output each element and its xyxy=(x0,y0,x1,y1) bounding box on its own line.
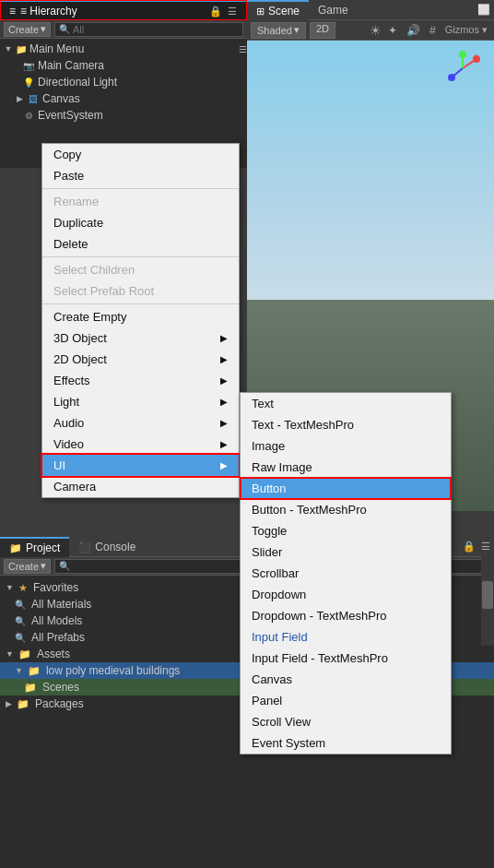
ctx-light[interactable]: Light ▶ xyxy=(42,391,239,412)
context-menu: Copy Paste Rename Duplicate Delete Selec… xyxy=(41,143,240,498)
ctx-copy[interactable]: Copy xyxy=(42,144,239,165)
ctx-rename: Rename xyxy=(42,191,239,212)
arrow-right-icon: ▶ xyxy=(220,460,228,470)
sub-raw-image-label: Raw Image xyxy=(252,460,312,474)
ctx-paste[interactable]: Paste xyxy=(42,165,239,186)
project-tab[interactable]: 📁 Project xyxy=(0,537,69,557)
arrow-down-icon: ▼ xyxy=(6,649,14,659)
sub-event-system[interactable]: Event System xyxy=(241,732,451,754)
fx-icon[interactable]: ✦ xyxy=(388,24,397,37)
sub-button[interactable]: Button xyxy=(241,478,451,499)
sub-button-tmp[interactable]: Button - TextMeshPro xyxy=(241,499,451,520)
game-tab[interactable]: Game xyxy=(309,0,358,20)
ctx-select-children: Select Children xyxy=(42,259,239,280)
hierarchy-icon: ≡ xyxy=(9,5,16,18)
shaded-button[interactable]: Shaded ▾ xyxy=(251,22,306,39)
grid-icon[interactable]: # xyxy=(429,24,436,37)
proj-item-label: Assets xyxy=(37,648,70,660)
sub-toggle[interactable]: Toggle xyxy=(241,520,451,541)
scrollbar-thumb[interactable] xyxy=(482,581,493,609)
ctx-camera-label: Camera xyxy=(53,480,96,493)
ctx-delete-label: Delete xyxy=(53,237,88,251)
scene-tab-label: Scene xyxy=(268,5,300,18)
tree-item-label: EventSystem xyxy=(38,109,103,122)
project-create-label: Create xyxy=(8,561,39,572)
sub-scroll-view[interactable]: Scroll View xyxy=(241,711,451,732)
sub-dropdown-label: Dropdown xyxy=(252,588,306,601)
event-icon: ⚙ xyxy=(22,109,35,122)
ctx-effects-label: Effects xyxy=(53,374,90,387)
ctx-create-empty[interactable]: Create Empty xyxy=(42,306,239,327)
game-tab-label: Game xyxy=(318,4,348,17)
sub-text-tmp-label: Text - TextMeshPro xyxy=(252,418,354,432)
maximize-icon[interactable]: ⬜ xyxy=(477,4,490,16)
ctx-3d-object[interactable]: 3D Object ▶ xyxy=(42,327,239,349)
sub-text-tmp[interactable]: Text - TextMeshPro xyxy=(241,414,451,435)
audio-icon[interactable]: 🔊 xyxy=(406,24,420,37)
sub-scrollbar[interactable]: Scrollbar xyxy=(241,563,451,584)
create-label: Create xyxy=(8,24,39,35)
arrow-right-icon: ▶ xyxy=(220,354,228,364)
sub-canvas[interactable]: Canvas xyxy=(241,669,451,690)
search-magnifier-icon: 🔍 xyxy=(59,24,70,34)
gizmo-label[interactable]: Gizmos ▾ xyxy=(445,24,488,36)
svg-text:z: z xyxy=(449,73,452,78)
sub-button-label: Button xyxy=(252,482,287,495)
sub-button-tmp-label: Button - TextMeshPro xyxy=(252,503,367,517)
sub-slider[interactable]: Slider xyxy=(241,541,451,563)
tree-item-canvas[interactable]: ▶ 🖼 Canvas xyxy=(0,90,247,107)
ctx-light-label: Light xyxy=(53,395,79,409)
search-input[interactable] xyxy=(73,24,239,35)
ctx-duplicate[interactable]: Duplicate xyxy=(42,212,239,233)
ctx-camera[interactable]: Camera xyxy=(42,476,239,497)
arrow-right-icon: ▶ xyxy=(220,375,228,386)
tree-item-label: Directional Light xyxy=(38,76,117,89)
ctx-effects[interactable]: Effects ▶ xyxy=(42,370,239,391)
light-toggle-icon[interactable]: ☀ xyxy=(370,23,382,38)
proj-item-label: Packages xyxy=(35,697,84,710)
scrollbar-track xyxy=(481,553,494,646)
canvas-icon: 🖼 xyxy=(27,92,40,105)
tree-item-label: Canvas xyxy=(42,92,80,105)
sub-dropdown[interactable]: Dropdown xyxy=(241,584,451,605)
arrow-right-icon: ▶ xyxy=(220,418,228,428)
hierarchy-tab[interactable]: ≡ ≡ Hierarchy 🔒 ☰ xyxy=(0,0,247,20)
sub-scrollbar-label: Scrollbar xyxy=(252,566,299,580)
console-tab[interactable]: ⬛ Console xyxy=(69,537,145,557)
sub-canvas-label: Canvas xyxy=(252,672,292,686)
ctx-audio[interactable]: Audio ▶ xyxy=(42,412,239,434)
star-icon: ★ xyxy=(18,582,28,594)
ctx-2d-object[interactable]: 2D Object ▶ xyxy=(42,349,239,370)
ctx-video[interactable]: Video ▶ xyxy=(42,434,239,455)
create-button[interactable]: Create ▾ xyxy=(4,22,51,37)
sub-text[interactable]: Text xyxy=(241,393,451,414)
sub-input-field-tmp[interactable]: Input Field - TextMeshPro xyxy=(241,648,451,669)
tree-item-directional-light[interactable]: 💡 Directional Light xyxy=(0,74,247,90)
tree-item-main-camera[interactable]: 📷 Main Camera xyxy=(0,57,247,74)
tree-item-eventsystem[interactable]: ⚙ EventSystem xyxy=(0,107,247,124)
proj-item-label: All Materials xyxy=(31,598,91,611)
sub-input-field[interactable]: Input Field xyxy=(241,626,451,648)
hierarchy-search[interactable]: 🔍 xyxy=(54,22,243,37)
sub-image[interactable]: Image xyxy=(241,435,451,457)
project-create-button[interactable]: Create ▾ xyxy=(4,559,51,574)
sub-scroll-view-label: Scroll View xyxy=(252,715,311,729)
ctx-delete[interactable]: Delete xyxy=(42,233,239,255)
ctx-rename-label: Rename xyxy=(53,195,99,208)
sub-dropdown-tmp[interactable]: Dropdown - TextMeshPro xyxy=(241,605,451,626)
console-tab-label: Console xyxy=(95,541,135,553)
folder-icon: 📁 xyxy=(24,682,37,694)
lock-icon: 🔒 xyxy=(209,6,222,18)
scene-tab[interactable]: ⊞ Scene xyxy=(247,0,309,20)
sub-raw-image[interactable]: Raw Image xyxy=(241,457,451,478)
proj-item-label: All Prefabs xyxy=(31,631,85,644)
tree-item-label: Main Menu xyxy=(29,42,84,55)
light-icon: 💡 xyxy=(22,76,35,89)
sub-panel[interactable]: Panel xyxy=(241,690,451,711)
sub-input-field-label: Input Field xyxy=(252,630,308,644)
tree-item-main-menu[interactable]: ▼ 📁 Main Menu ☰ xyxy=(0,41,247,57)
proj-item-label: All Models xyxy=(31,614,82,627)
ctx-ui[interactable]: UI ▶ xyxy=(42,455,239,476)
shaded-label: Shaded xyxy=(257,25,292,36)
2d-button[interactable]: 2D xyxy=(310,22,335,39)
